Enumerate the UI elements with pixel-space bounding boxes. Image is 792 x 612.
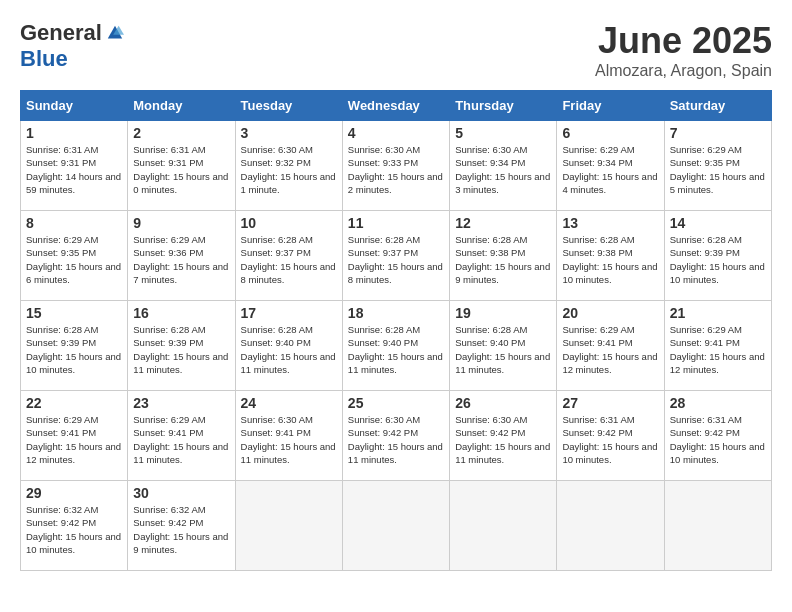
calendar-cell: 22 Sunrise: 6:29 AM Sunset: 9:41 PM Dayl…: [21, 391, 128, 481]
day-number: 2: [133, 125, 229, 141]
cell-info: Sunrise: 6:29 AM Sunset: 9:41 PM Dayligh…: [26, 413, 122, 466]
cell-info: Sunrise: 6:32 AM Sunset: 9:42 PM Dayligh…: [26, 503, 122, 556]
calendar-cell: 26 Sunrise: 6:30 AM Sunset: 9:42 PM Dayl…: [450, 391, 557, 481]
calendar-table: Sunday Monday Tuesday Wednesday Thursday…: [20, 90, 772, 571]
cell-info: Sunrise: 6:28 AM Sunset: 9:39 PM Dayligh…: [26, 323, 122, 376]
calendar-cell: 3 Sunrise: 6:30 AM Sunset: 9:32 PM Dayli…: [235, 121, 342, 211]
calendar-cell: 8 Sunrise: 6:29 AM Sunset: 9:35 PM Dayli…: [21, 211, 128, 301]
cell-info: Sunrise: 6:29 AM Sunset: 9:35 PM Dayligh…: [670, 143, 766, 196]
calendar-week-4: 22 Sunrise: 6:29 AM Sunset: 9:41 PM Dayl…: [21, 391, 772, 481]
day-number: 4: [348, 125, 444, 141]
cell-info: Sunrise: 6:28 AM Sunset: 9:39 PM Dayligh…: [133, 323, 229, 376]
day-number: 12: [455, 215, 551, 231]
calendar-cell: 24 Sunrise: 6:30 AM Sunset: 9:41 PM Dayl…: [235, 391, 342, 481]
day-number: 6: [562, 125, 658, 141]
day-number: 10: [241, 215, 337, 231]
calendar-cell: 29 Sunrise: 6:32 AM Sunset: 9:42 PM Dayl…: [21, 481, 128, 571]
calendar-cell: 19 Sunrise: 6:28 AM Sunset: 9:40 PM Dayl…: [450, 301, 557, 391]
month-title: June 2025: [595, 20, 772, 62]
calendar-cell: 14 Sunrise: 6:28 AM Sunset: 9:39 PM Dayl…: [664, 211, 771, 301]
col-saturday: Saturday: [664, 91, 771, 121]
cell-info: Sunrise: 6:29 AM Sunset: 9:41 PM Dayligh…: [562, 323, 658, 376]
col-tuesday: Tuesday: [235, 91, 342, 121]
day-number: 11: [348, 215, 444, 231]
cell-info: Sunrise: 6:28 AM Sunset: 9:39 PM Dayligh…: [670, 233, 766, 286]
day-number: 21: [670, 305, 766, 321]
calendar-cell: 27 Sunrise: 6:31 AM Sunset: 9:42 PM Dayl…: [557, 391, 664, 481]
logo-blue: Blue: [20, 46, 68, 72]
header-row: Sunday Monday Tuesday Wednesday Thursday…: [21, 91, 772, 121]
cell-info: Sunrise: 6:29 AM Sunset: 9:41 PM Dayligh…: [670, 323, 766, 376]
day-number: 22: [26, 395, 122, 411]
cell-info: Sunrise: 6:30 AM Sunset: 9:42 PM Dayligh…: [455, 413, 551, 466]
calendar-cell: 30 Sunrise: 6:32 AM Sunset: 9:42 PM Dayl…: [128, 481, 235, 571]
calendar-cell: 17 Sunrise: 6:28 AM Sunset: 9:40 PM Dayl…: [235, 301, 342, 391]
cell-info: Sunrise: 6:30 AM Sunset: 9:33 PM Dayligh…: [348, 143, 444, 196]
cell-info: Sunrise: 6:30 AM Sunset: 9:41 PM Dayligh…: [241, 413, 337, 466]
day-number: 1: [26, 125, 122, 141]
calendar-cell: [235, 481, 342, 571]
cell-info: Sunrise: 6:31 AM Sunset: 9:31 PM Dayligh…: [26, 143, 122, 196]
calendar-cell: 10 Sunrise: 6:28 AM Sunset: 9:37 PM Dayl…: [235, 211, 342, 301]
location: Almozara, Aragon, Spain: [595, 62, 772, 80]
day-number: 29: [26, 485, 122, 501]
cell-info: Sunrise: 6:28 AM Sunset: 9:40 PM Dayligh…: [455, 323, 551, 376]
cell-info: Sunrise: 6:28 AM Sunset: 9:40 PM Dayligh…: [348, 323, 444, 376]
col-sunday: Sunday: [21, 91, 128, 121]
calendar-cell: 13 Sunrise: 6:28 AM Sunset: 9:38 PM Dayl…: [557, 211, 664, 301]
day-number: 30: [133, 485, 229, 501]
calendar-cell: [664, 481, 771, 571]
calendar-cell: 23 Sunrise: 6:29 AM Sunset: 9:41 PM Dayl…: [128, 391, 235, 481]
calendar-cell: 7 Sunrise: 6:29 AM Sunset: 9:35 PM Dayli…: [664, 121, 771, 211]
cell-info: Sunrise: 6:31 AM Sunset: 9:31 PM Dayligh…: [133, 143, 229, 196]
calendar-cell: [557, 481, 664, 571]
page-header: General Blue June 2025 Almozara, Aragon,…: [20, 20, 772, 80]
calendar-cell: 18 Sunrise: 6:28 AM Sunset: 9:40 PM Dayl…: [342, 301, 449, 391]
calendar-cell: 25 Sunrise: 6:30 AM Sunset: 9:42 PM Dayl…: [342, 391, 449, 481]
calendar-week-3: 15 Sunrise: 6:28 AM Sunset: 9:39 PM Dayl…: [21, 301, 772, 391]
calendar-cell: 21 Sunrise: 6:29 AM Sunset: 9:41 PM Dayl…: [664, 301, 771, 391]
day-number: 26: [455, 395, 551, 411]
calendar-cell: 28 Sunrise: 6:31 AM Sunset: 9:42 PM Dayl…: [664, 391, 771, 481]
cell-info: Sunrise: 6:29 AM Sunset: 9:36 PM Dayligh…: [133, 233, 229, 286]
cell-info: Sunrise: 6:28 AM Sunset: 9:37 PM Dayligh…: [348, 233, 444, 286]
day-number: 14: [670, 215, 766, 231]
calendar-week-5: 29 Sunrise: 6:32 AM Sunset: 9:42 PM Dayl…: [21, 481, 772, 571]
day-number: 15: [26, 305, 122, 321]
day-number: 16: [133, 305, 229, 321]
cell-info: Sunrise: 6:28 AM Sunset: 9:40 PM Dayligh…: [241, 323, 337, 376]
day-number: 3: [241, 125, 337, 141]
day-number: 9: [133, 215, 229, 231]
calendar-cell: 5 Sunrise: 6:30 AM Sunset: 9:34 PM Dayli…: [450, 121, 557, 211]
day-number: 25: [348, 395, 444, 411]
col-monday: Monday: [128, 91, 235, 121]
calendar-week-1: 1 Sunrise: 6:31 AM Sunset: 9:31 PM Dayli…: [21, 121, 772, 211]
cell-info: Sunrise: 6:28 AM Sunset: 9:38 PM Dayligh…: [562, 233, 658, 286]
calendar-cell: 11 Sunrise: 6:28 AM Sunset: 9:37 PM Dayl…: [342, 211, 449, 301]
logo: General Blue: [20, 20, 124, 72]
day-number: 7: [670, 125, 766, 141]
cell-info: Sunrise: 6:29 AM Sunset: 9:35 PM Dayligh…: [26, 233, 122, 286]
day-number: 5: [455, 125, 551, 141]
col-wednesday: Wednesday: [342, 91, 449, 121]
calendar-cell: 15 Sunrise: 6:28 AM Sunset: 9:39 PM Dayl…: [21, 301, 128, 391]
day-number: 27: [562, 395, 658, 411]
cell-info: Sunrise: 6:30 AM Sunset: 9:34 PM Dayligh…: [455, 143, 551, 196]
day-number: 13: [562, 215, 658, 231]
day-number: 20: [562, 305, 658, 321]
calendar-cell: 16 Sunrise: 6:28 AM Sunset: 9:39 PM Dayl…: [128, 301, 235, 391]
cell-info: Sunrise: 6:31 AM Sunset: 9:42 PM Dayligh…: [670, 413, 766, 466]
calendar-cell: 20 Sunrise: 6:29 AM Sunset: 9:41 PM Dayl…: [557, 301, 664, 391]
day-number: 18: [348, 305, 444, 321]
cell-info: Sunrise: 6:29 AM Sunset: 9:41 PM Dayligh…: [133, 413, 229, 466]
day-number: 17: [241, 305, 337, 321]
day-number: 8: [26, 215, 122, 231]
logo-icon: [106, 24, 124, 42]
logo-general: General: [20, 20, 102, 46]
calendar-cell: 9 Sunrise: 6:29 AM Sunset: 9:36 PM Dayli…: [128, 211, 235, 301]
col-thursday: Thursday: [450, 91, 557, 121]
day-number: 23: [133, 395, 229, 411]
cell-info: Sunrise: 6:30 AM Sunset: 9:42 PM Dayligh…: [348, 413, 444, 466]
day-number: 24: [241, 395, 337, 411]
cell-info: Sunrise: 6:30 AM Sunset: 9:32 PM Dayligh…: [241, 143, 337, 196]
